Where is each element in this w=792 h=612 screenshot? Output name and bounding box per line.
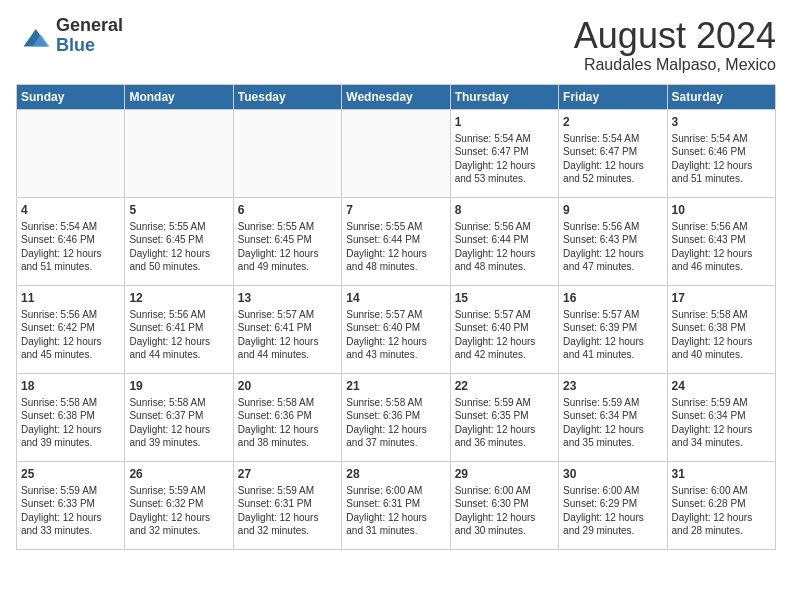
calendar-table: SundayMondayTuesdayWednesdayThursdayFrid… [16, 84, 776, 550]
day-number: 20 [238, 378, 337, 394]
day-number: 26 [129, 466, 228, 482]
day-info: Sunrise: 5:57 AMSunset: 6:40 PMDaylight:… [346, 308, 445, 362]
day-number: 15 [455, 290, 554, 306]
day-cell: 10Sunrise: 5:56 AMSunset: 6:43 PMDayligh… [667, 197, 775, 285]
day-cell: 7Sunrise: 5:55 AMSunset: 6:44 PMDaylight… [342, 197, 450, 285]
day-cell: 28Sunrise: 6:00 AMSunset: 6:31 PMDayligh… [342, 461, 450, 549]
logo-icon [16, 22, 52, 50]
day-info: Sunrise: 5:59 AMSunset: 6:34 PMDaylight:… [672, 396, 771, 450]
header-cell-wednesday: Wednesday [342, 84, 450, 109]
day-number: 12 [129, 290, 228, 306]
week-row-1: 1Sunrise: 5:54 AMSunset: 6:47 PMDaylight… [17, 109, 776, 197]
day-number: 3 [672, 114, 771, 130]
day-number: 2 [563, 114, 662, 130]
day-number: 24 [672, 378, 771, 394]
week-row-5: 25Sunrise: 5:59 AMSunset: 6:33 PMDayligh… [17, 461, 776, 549]
day-number: 5 [129, 202, 228, 218]
logo: GeneralBlue [16, 16, 123, 56]
header-cell-sunday: Sunday [17, 84, 125, 109]
day-cell: 14Sunrise: 5:57 AMSunset: 6:40 PMDayligh… [342, 285, 450, 373]
day-cell: 23Sunrise: 5:59 AMSunset: 6:34 PMDayligh… [559, 373, 667, 461]
day-info: Sunrise: 5:58 AMSunset: 6:38 PMDaylight:… [21, 396, 120, 450]
day-info: Sunrise: 5:54 AMSunset: 6:46 PMDaylight:… [672, 132, 771, 186]
day-cell: 2Sunrise: 5:54 AMSunset: 6:47 PMDaylight… [559, 109, 667, 197]
day-info: Sunrise: 6:00 AMSunset: 6:30 PMDaylight:… [455, 484, 554, 538]
day-info: Sunrise: 5:59 AMSunset: 6:31 PMDaylight:… [238, 484, 337, 538]
day-number: 17 [672, 290, 771, 306]
day-cell: 15Sunrise: 5:57 AMSunset: 6:40 PMDayligh… [450, 285, 558, 373]
day-cell [125, 109, 233, 197]
day-number: 25 [21, 466, 120, 482]
day-number: 10 [672, 202, 771, 218]
day-number: 21 [346, 378, 445, 394]
day-cell: 20Sunrise: 5:58 AMSunset: 6:36 PMDayligh… [233, 373, 341, 461]
day-info: Sunrise: 5:54 AMSunset: 6:47 PMDaylight:… [563, 132, 662, 186]
day-cell: 4Sunrise: 5:54 AMSunset: 6:46 PMDaylight… [17, 197, 125, 285]
day-number: 4 [21, 202, 120, 218]
day-cell [233, 109, 341, 197]
day-number: 6 [238, 202, 337, 218]
day-cell: 29Sunrise: 6:00 AMSunset: 6:30 PMDayligh… [450, 461, 558, 549]
day-info: Sunrise: 5:59 AMSunset: 6:35 PMDaylight:… [455, 396, 554, 450]
day-number: 18 [21, 378, 120, 394]
day-cell: 18Sunrise: 5:58 AMSunset: 6:38 PMDayligh… [17, 373, 125, 461]
header-cell-tuesday: Tuesday [233, 84, 341, 109]
header-row: SundayMondayTuesdayWednesdayThursdayFrid… [17, 84, 776, 109]
page-header: GeneralBlue August 2024 Raudales Malpaso… [16, 16, 776, 74]
day-number: 16 [563, 290, 662, 306]
day-cell: 13Sunrise: 5:57 AMSunset: 6:41 PMDayligh… [233, 285, 341, 373]
day-info: Sunrise: 5:58 AMSunset: 6:38 PMDaylight:… [672, 308, 771, 362]
week-row-3: 11Sunrise: 5:56 AMSunset: 6:42 PMDayligh… [17, 285, 776, 373]
week-row-4: 18Sunrise: 5:58 AMSunset: 6:38 PMDayligh… [17, 373, 776, 461]
day-info: Sunrise: 5:58 AMSunset: 6:36 PMDaylight:… [346, 396, 445, 450]
day-cell: 26Sunrise: 5:59 AMSunset: 6:32 PMDayligh… [125, 461, 233, 549]
day-cell: 27Sunrise: 5:59 AMSunset: 6:31 PMDayligh… [233, 461, 341, 549]
day-cell: 31Sunrise: 6:00 AMSunset: 6:28 PMDayligh… [667, 461, 775, 549]
day-info: Sunrise: 5:54 AMSunset: 6:46 PMDaylight:… [21, 220, 120, 274]
day-number: 13 [238, 290, 337, 306]
day-number: 14 [346, 290, 445, 306]
day-info: Sunrise: 5:56 AMSunset: 6:43 PMDaylight:… [563, 220, 662, 274]
day-number: 31 [672, 466, 771, 482]
day-number: 11 [21, 290, 120, 306]
day-cell: 17Sunrise: 5:58 AMSunset: 6:38 PMDayligh… [667, 285, 775, 373]
day-cell: 12Sunrise: 5:56 AMSunset: 6:41 PMDayligh… [125, 285, 233, 373]
day-cell: 24Sunrise: 5:59 AMSunset: 6:34 PMDayligh… [667, 373, 775, 461]
header-cell-saturday: Saturday [667, 84, 775, 109]
day-info: Sunrise: 5:58 AMSunset: 6:37 PMDaylight:… [129, 396, 228, 450]
day-number: 1 [455, 114, 554, 130]
day-cell: 22Sunrise: 5:59 AMSunset: 6:35 PMDayligh… [450, 373, 558, 461]
day-cell: 1Sunrise: 5:54 AMSunset: 6:47 PMDaylight… [450, 109, 558, 197]
day-cell: 19Sunrise: 5:58 AMSunset: 6:37 PMDayligh… [125, 373, 233, 461]
day-number: 8 [455, 202, 554, 218]
day-number: 30 [563, 466, 662, 482]
day-number: 9 [563, 202, 662, 218]
title-block: August 2024 Raudales Malpaso, Mexico [574, 16, 776, 74]
header-cell-friday: Friday [559, 84, 667, 109]
day-info: Sunrise: 5:56 AMSunset: 6:41 PMDaylight:… [129, 308, 228, 362]
day-info: Sunrise: 5:57 AMSunset: 6:39 PMDaylight:… [563, 308, 662, 362]
day-info: Sunrise: 5:59 AMSunset: 6:33 PMDaylight:… [21, 484, 120, 538]
main-title: August 2024 [574, 16, 776, 56]
day-number: 22 [455, 378, 554, 394]
day-info: Sunrise: 5:59 AMSunset: 6:34 PMDaylight:… [563, 396, 662, 450]
day-info: Sunrise: 6:00 AMSunset: 6:28 PMDaylight:… [672, 484, 771, 538]
day-cell: 5Sunrise: 5:55 AMSunset: 6:45 PMDaylight… [125, 197, 233, 285]
day-number: 29 [455, 466, 554, 482]
day-cell: 11Sunrise: 5:56 AMSunset: 6:42 PMDayligh… [17, 285, 125, 373]
day-cell: 9Sunrise: 5:56 AMSunset: 6:43 PMDaylight… [559, 197, 667, 285]
day-info: Sunrise: 5:56 AMSunset: 6:44 PMDaylight:… [455, 220, 554, 274]
day-info: Sunrise: 5:56 AMSunset: 6:43 PMDaylight:… [672, 220, 771, 274]
day-cell [342, 109, 450, 197]
day-info: Sunrise: 5:56 AMSunset: 6:42 PMDaylight:… [21, 308, 120, 362]
day-info: Sunrise: 5:57 AMSunset: 6:41 PMDaylight:… [238, 308, 337, 362]
day-info: Sunrise: 5:57 AMSunset: 6:40 PMDaylight:… [455, 308, 554, 362]
day-cell: 16Sunrise: 5:57 AMSunset: 6:39 PMDayligh… [559, 285, 667, 373]
header-cell-monday: Monday [125, 84, 233, 109]
day-info: Sunrise: 5:59 AMSunset: 6:32 PMDaylight:… [129, 484, 228, 538]
day-number: 28 [346, 466, 445, 482]
header-cell-thursday: Thursday [450, 84, 558, 109]
day-info: Sunrise: 5:55 AMSunset: 6:45 PMDaylight:… [238, 220, 337, 274]
day-info: Sunrise: 5:55 AMSunset: 6:45 PMDaylight:… [129, 220, 228, 274]
day-cell [17, 109, 125, 197]
